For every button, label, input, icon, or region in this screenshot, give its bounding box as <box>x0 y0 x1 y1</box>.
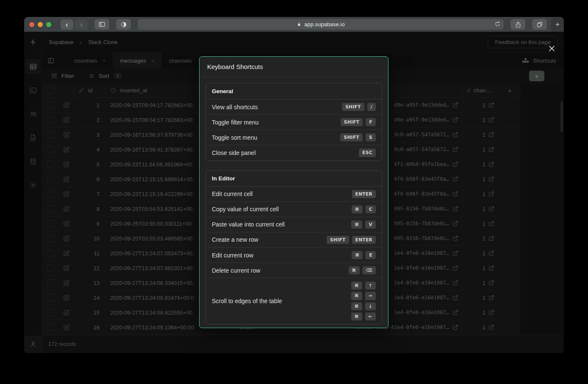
shortcut-label: Create a new row <box>212 236 258 243</box>
browser-back-button[interactable]: ‹ <box>61 19 73 30</box>
minimize-window-button[interactable] <box>38 22 43 27</box>
shortcut-label: View all shortcuts <box>212 104 258 111</box>
shortcut-item: View all shortcutsSHIFT/ <box>206 99 382 115</box>
browser-titlebar: ‹ › app.supabase.io <box>24 17 564 32</box>
key-badge: ENTER <box>352 236 376 244</box>
modal-title: Keyboard Shortcuts <box>200 57 388 77</box>
key-badge: → <box>365 292 376 300</box>
key-badge: SHIFT <box>327 236 349 244</box>
browser-sidebar-button[interactable] <box>94 19 109 30</box>
shortcut-label: Copy value of current cell <box>212 206 279 213</box>
shortcut-section-title: General <box>206 83 382 99</box>
url-text: app.supabase.io <box>304 21 344 28</box>
key-badge: ⌘ <box>352 205 363 213</box>
key-badge: S <box>366 133 376 141</box>
app-area: Supabase › Slack Clone Feedback on this … <box>24 32 564 353</box>
key-badge: ⌘ <box>351 292 362 300</box>
key-badge: ESC <box>359 149 376 157</box>
key-badge: ⌘ <box>349 266 360 274</box>
sidebar-panel-icon <box>98 21 105 28</box>
shield-contrast-icon <box>120 21 127 28</box>
shortcut-label: Edit current cell <box>212 191 252 197</box>
key-badge: E <box>366 251 376 259</box>
shortcut-item: Edit current row⌘E <box>206 248 382 263</box>
key-badge: ⌘ <box>352 251 363 259</box>
browser-forward-button[interactable]: › <box>75 19 88 30</box>
key-badge: SHIFT <box>342 103 364 111</box>
shortcut-item: Edit current cellENTER <box>206 187 382 202</box>
close-window-button[interactable] <box>29 22 34 27</box>
window-controls <box>29 22 51 27</box>
shortcut-item: Toggle filter menuSHIFTF <box>206 115 382 130</box>
shortcut-label: Delete current row <box>212 267 260 274</box>
reload-icon[interactable] <box>494 21 501 27</box>
key-badge: V <box>365 221 376 229</box>
key-badge: F <box>366 118 376 126</box>
shortcut-item: Toggle sort menuSHIFTS <box>206 130 382 145</box>
key-badge: ↑ <box>365 282 376 290</box>
new-tab-button[interactable]: + <box>551 17 564 32</box>
browser-privacy-button[interactable] <box>116 19 131 30</box>
shortcut-item: Copy value of current cell⌘C <box>206 202 382 217</box>
key-badge: SHIFT <box>340 133 363 141</box>
key-badge: ENTER <box>352 190 376 198</box>
shortcut-item: Paste value into current cell⌘V <box>206 217 382 232</box>
key-badge: ⌘ <box>351 282 362 290</box>
key-badge: ⌫ <box>363 266 376 274</box>
keyboard-shortcuts-modal: Keyboard Shortcuts GeneralView all short… <box>199 56 388 328</box>
shortcut-section: GeneralView all shortcutsSHIFT/Toggle fi… <box>205 83 382 161</box>
shortcut-item: Scroll to edges of the table⌘↑⌘→⌘↓⌘← <box>206 278 382 324</box>
shortcut-item: Create a new rowSHIFTENTER <box>206 232 382 248</box>
key-badge: ↓ <box>365 302 376 310</box>
shortcut-item: Delete current row⌘⌫ <box>206 263 382 278</box>
url-bar[interactable]: app.supabase.io <box>138 19 504 30</box>
browser-share-button[interactable] <box>510 19 525 30</box>
shortcut-item: Close side panelESC <box>206 145 382 160</box>
zoom-window-button[interactable] <box>46 22 51 27</box>
tabs-overview-icon <box>536 21 543 28</box>
lock-icon <box>297 22 302 27</box>
key-badge: ⌘ <box>351 312 362 320</box>
key-badge: SHIFT <box>341 118 363 126</box>
shortcut-label: Toggle sort menu <box>212 134 257 141</box>
key-badge: ⌘ <box>351 302 362 310</box>
close-icon[interactable] <box>546 43 557 54</box>
key-badge: ⌘ <box>351 221 362 229</box>
shortcut-label: Edit current row <box>212 252 253 259</box>
key-badge: C <box>366 205 376 213</box>
browser-window: ‹ › app.supabase.io <box>24 17 564 353</box>
shortcut-section-title: In Editor <box>206 171 382 187</box>
shortcut-label: Toggle filter menu <box>212 119 259 126</box>
browser-tabs-button[interactable] <box>532 19 547 30</box>
shortcut-label: Scroll to edges of the table <box>212 298 282 304</box>
shortcut-label: Close side panel <box>212 149 256 156</box>
shortcut-section: In EditorEdit current cellENTERCopy valu… <box>205 170 382 324</box>
key-badge: ← <box>365 312 376 320</box>
shortcut-label: Paste value into current cell <box>212 221 285 228</box>
share-icon <box>515 21 521 28</box>
key-badge: / <box>367 103 376 111</box>
